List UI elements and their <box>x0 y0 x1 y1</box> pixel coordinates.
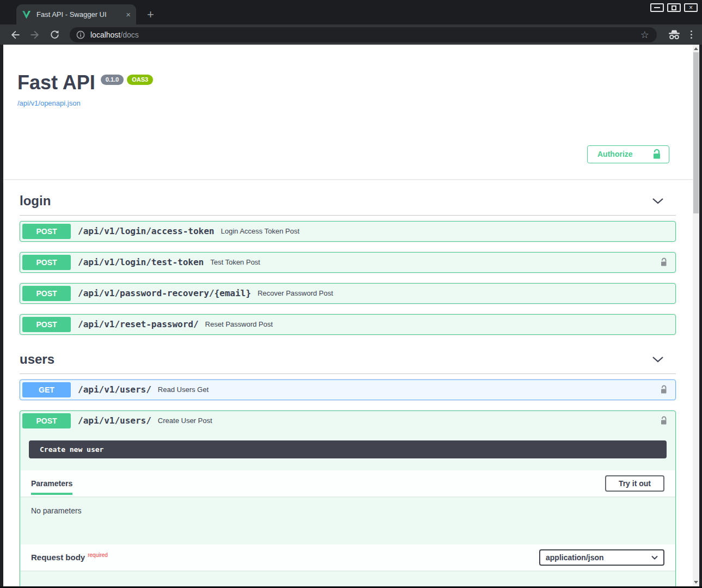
section-users-header[interactable]: users <box>20 345 676 374</box>
section-login-header[interactable]: login <box>20 187 676 216</box>
request-body-header: Request bodyrequired application/json <box>20 544 675 571</box>
forward-button[interactable] <box>27 27 43 43</box>
maximize-button[interactable] <box>667 3 681 12</box>
browser-titlebar: Fast API - Swagger UI × + × <box>0 0 702 24</box>
auth-lock-icon[interactable] <box>660 416 668 426</box>
browser-menu-icon[interactable] <box>691 30 692 40</box>
address-bar[interactable]: localhost/docs ☆ <box>70 27 657 42</box>
section-title: login <box>20 193 51 209</box>
url-path: /docs <box>120 30 138 39</box>
reload-button[interactable] <box>46 27 63 43</box>
operations: login POST /api/v1/login/access-token Lo… <box>3 187 693 586</box>
parameters-header: Parameters Try it out <box>20 470 675 497</box>
minimize-button[interactable] <box>650 3 664 12</box>
tab-parameters[interactable]: Parameters <box>31 479 72 488</box>
scrollbar-thumb[interactable] <box>693 52 699 213</box>
model-example: Example Value | Schema { <box>20 571 675 586</box>
endpoint-row: GET /api/v1/users/ Read Users Get <box>20 379 676 400</box>
site-info-icon[interactable] <box>76 30 85 39</box>
method-badge: GET <box>22 382 71 397</box>
endpoint-row: POST /api/v1/login/test-token Test Token… <box>20 252 676 273</box>
section-title: users <box>20 352 54 367</box>
endpoint-summary[interactable]: POST /api/v1/reset-password/ Reset Passw… <box>20 315 675 334</box>
auth-lock-icon[interactable] <box>660 258 668 267</box>
bookmark-star-icon[interactable]: ☆ <box>638 30 651 40</box>
endpoint-path: /api/v1/login/access-token <box>78 226 214 236</box>
endpoint-summary[interactable]: GET /api/v1/users/ Read Users Get <box>20 380 675 400</box>
window-controls: × <box>650 3 698 12</box>
tab-title: Fast API - Swagger UI <box>36 10 121 19</box>
oas3-badge: OAS3 <box>127 75 153 85</box>
method-badge: POST <box>22 224 71 239</box>
fastapi-favicon-icon <box>22 10 31 19</box>
endpoint-row: POST /api/v1/login/access-token Login Ac… <box>20 221 676 242</box>
page-scrollbar[interactable] <box>693 45 699 586</box>
endpoint-path: /api/v1/users/ <box>78 415 151 426</box>
endpoint-path: /api/v1/password-recovery/{email} <box>78 288 251 298</box>
endpoint-summary-text: Test Token Post <box>210 258 260 266</box>
scheme-container: Authorize <box>3 130 693 179</box>
try-it-out-button[interactable]: Try it out <box>605 475 664 492</box>
swagger-page: Fast API 0.1.0 OAS3 /api/v1/openapi.json… <box>3 45 693 586</box>
endpoint-path: /api/v1/reset-password/ <box>78 319 199 329</box>
endpoint-row: POST /api/v1/reset-password/ Reset Passw… <box>20 314 676 335</box>
method-badge: POST <box>22 255 71 270</box>
operation-description: Create new user <box>29 440 667 458</box>
openapi-spec-link[interactable]: /api/v1/openapi.json <box>17 99 81 107</box>
page-title: Fast API 0.1.0 OAS3 <box>17 72 693 94</box>
api-info: Fast API 0.1.0 OAS3 /api/v1/openapi.json <box>3 45 693 108</box>
section-users: users GET /api/v1/users/ Read Users Get <box>20 345 676 586</box>
scrollbar-up-arrow[interactable] <box>694 47 698 50</box>
endpoint-summary[interactable]: POST /api/v1/users/ Create User Post <box>20 411 675 431</box>
method-badge: POST <box>22 317 71 332</box>
endpoint-summary-text: Login Access Token Post <box>221 227 299 235</box>
no-parameters-text: No parameters <box>20 497 675 532</box>
endpoint-summary-text: Create User Post <box>158 416 212 425</box>
endpoint-summary-text: Recover Password Post <box>258 289 333 297</box>
tab-close-icon[interactable]: × <box>126 10 131 19</box>
method-badge: POST <box>22 286 71 301</box>
endpoint-row-expanded: POST /api/v1/users/ Create User Post <box>20 411 676 586</box>
new-tab-button[interactable]: + <box>147 9 154 21</box>
endpoint-summary-text: Read Users Get <box>158 385 209 394</box>
auth-lock-icon[interactable] <box>660 385 668 395</box>
browser-viewport: Fast API 0.1.0 OAS3 /api/v1/openapi.json… <box>0 45 702 586</box>
select-chevron-icon <box>651 555 658 560</box>
media-type-select[interactable]: application/json <box>539 549 664 566</box>
operation-body: Create new user Parameters Try it out No… <box>20 431 675 586</box>
endpoint-summary-text: Reset Password Post <box>205 320 273 328</box>
chevron-down-icon[interactable] <box>652 356 676 363</box>
version-badge: 0.1.0 <box>101 75 124 85</box>
back-button[interactable] <box>7 27 23 43</box>
incognito-icon <box>668 29 681 40</box>
window-close-button[interactable]: × <box>684 3 698 12</box>
endpoint-row: POST /api/v1/password-recovery/{email} R… <box>20 283 676 304</box>
authorize-button[interactable]: Authorize <box>587 145 669 163</box>
endpoint-summary[interactable]: POST /api/v1/login/test-token Test Token… <box>20 253 675 272</box>
request-body-label: Request bodyrequired <box>31 553 108 562</box>
url-host: localhost <box>90 30 120 39</box>
endpoint-summary[interactable]: POST /api/v1/login/access-token Login Ac… <box>20 222 675 241</box>
method-badge: POST <box>22 413 71 428</box>
endpoint-summary[interactable]: POST /api/v1/password-recovery/{email} R… <box>20 284 675 303</box>
section-login: login POST /api/v1/login/access-token Lo… <box>20 187 676 335</box>
required-label: required <box>88 552 108 558</box>
scrollbar-down-arrow[interactable] <box>694 581 698 584</box>
chevron-down-icon[interactable] <box>652 198 676 204</box>
browser-toolbar: localhost/docs ☆ <box>0 24 702 45</box>
endpoint-path: /api/v1/login/test-token <box>78 257 204 267</box>
endpoint-path: /api/v1/users/ <box>78 384 151 395</box>
unlock-icon <box>651 149 661 160</box>
browser-tab[interactable]: Fast API - Swagger UI × <box>16 4 136 24</box>
